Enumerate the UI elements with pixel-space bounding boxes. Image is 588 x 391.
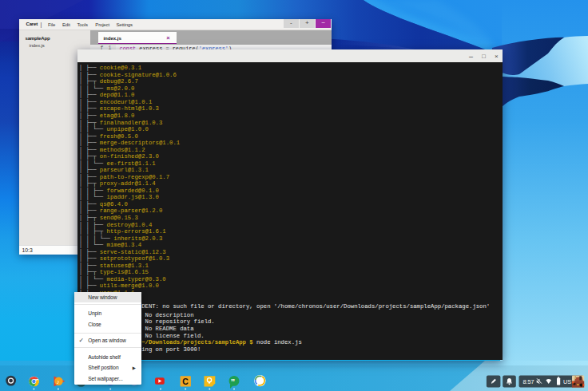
svg-text:”: ”: [231, 377, 236, 387]
svg-text:8:57: 8:57: [523, 378, 534, 385]
svg-text:C: C: [182, 377, 189, 386]
svg-text:♪: ♪: [57, 378, 60, 385]
svg-text:US: US: [563, 378, 571, 385]
